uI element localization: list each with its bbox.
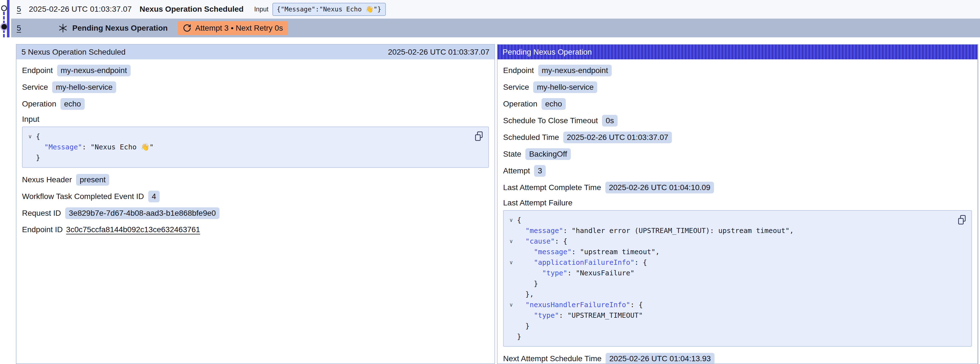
input-block-label: Input [22, 115, 489, 124]
attempt-retry-text: Attempt 3 • Next Retry 0s [195, 24, 283, 33]
detail-panels: 5 Nexus Operation Scheduled 2025-02-26 U… [0, 37, 980, 364]
selection-accent-bar [7, 0, 10, 37]
failure-json-block: ∨{ "message": "handler error (UPSTREAM_T… [503, 210, 972, 347]
field-label: Operation [22, 99, 56, 109]
field-operation: Operation echo [22, 98, 489, 110]
json-line: }, [505, 289, 952, 300]
json-line: "Message": "Nexus Echo 👋" [24, 142, 469, 152]
endpoint-id-link[interactable]: 3c0c75ccfa8144b092c13ce632463761 [66, 225, 200, 234]
field-value-badge: 4 [148, 191, 160, 202]
field-state: State BackingOff [503, 148, 972, 160]
field-label: Service [503, 83, 529, 92]
field-scheduled-time: Scheduled Time 2025-02-26 UTC 01:03:37.0… [503, 132, 972, 143]
field-value-badge: 2025-02-26 UTC 01:04:10.09 [605, 182, 714, 193]
json-line: "message": "upstream timeout", [505, 247, 952, 257]
field-value-badge: 0s [602, 115, 617, 126]
scheduled-event-panel: 5 Nexus Operation Scheduled 2025-02-26 U… [16, 44, 495, 364]
field-value-badge: present [76, 174, 109, 186]
field-attempt: Attempt 3 [503, 165, 972, 177]
json-line: "message": "handler error (UPSTREAM_TIME… [505, 225, 952, 236]
field-service: Service my-hello-service [22, 81, 489, 93]
field-endpoint: Endpoint my-nexus-endpoint [503, 65, 972, 77]
field-service: Service my-hello-service [503, 81, 972, 93]
failure-block-label: Last Attempt Failure [503, 198, 972, 208]
event-title: Nexus Operation Scheduled [140, 5, 243, 14]
input-json-block: ∨{ "Message": "Nexus Echo 👋" } [22, 126, 489, 168]
json-line: ∨{ [505, 215, 952, 225]
field-label: Next Attempt Schedule Time [503, 354, 601, 363]
field-label: Operation [503, 99, 537, 109]
field-value-badge: my-hello-service [52, 81, 116, 93]
field-value-badge: my-nexus-endpoint [538, 65, 612, 77]
scheduled-panel-timestamp: 2025-02-26 UTC 01:03:37.07 [388, 48, 490, 57]
field-label: Scheduled Time [503, 133, 559, 142]
field-label: Nexus Header [22, 175, 72, 184]
event-history-rows: 5 2025-02-26 UTC 01:03:37.07 Nexus Opera… [0, 0, 980, 37]
collapse-chevron-icon[interactable]: ∨ [505, 236, 517, 247]
retry-icon [183, 24, 191, 32]
json-line: } [505, 321, 952, 331]
field-value-badge: echo [541, 98, 566, 110]
collapse-chevron-icon[interactable]: ∨ [505, 215, 517, 225]
field-value-badge: 3 [534, 165, 546, 177]
field-schedule-to-close-timeout: Schedule To Close Timeout 0s [503, 115, 972, 126]
pending-panel-title: Pending Nexus Operation [503, 48, 592, 57]
field-last-attempt-complete-time: Last Attempt Complete Time 2025-02-26 UT… [503, 182, 972, 193]
scheduled-panel-header: 5 Nexus Operation Scheduled 2025-02-26 U… [16, 45, 495, 59]
field-value-badge: my-nexus-endpoint [57, 65, 130, 77]
field-value-badge: BackingOff [525, 148, 571, 160]
field-label: Request ID [22, 209, 61, 218]
field-value-badge: 3e829b7e-7d67-4b08-aad3-b1e868bfe9e0 [65, 208, 220, 219]
collapse-chevron-icon[interactable]: ∨ [24, 131, 36, 142]
scheduled-panel-title: 5 Nexus Operation Scheduled [21, 48, 126, 57]
field-workflow-task-completed-event-id: Workflow Task Completed Event ID 4 [22, 191, 489, 202]
field-request-id: Request ID 3e829b7e-7d67-4b08-aad3-b1e86… [22, 208, 489, 219]
field-value-badge: my-hello-service [533, 81, 597, 93]
field-value-badge: echo [60, 98, 85, 110]
field-label: State [503, 150, 521, 159]
json-line: ∨ "applicationFailureInfo": { [505, 257, 952, 268]
json-line: } [24, 152, 469, 163]
event-input-label: Input [254, 6, 268, 13]
copy-icon[interactable] [957, 215, 967, 226]
field-label: Endpoint ID [22, 225, 63, 234]
json-line: } [505, 331, 952, 342]
pending-event-title: Pending Nexus Operation [72, 24, 168, 33]
field-endpoint-id: Endpoint ID 3c0c75ccfa8144b092c13ce63246… [22, 224, 489, 235]
event-row-scheduled[interactable]: 5 2025-02-26 UTC 01:03:37.07 Nexus Opera… [11, 0, 980, 19]
event-row-pending[interactable]: 5 Pending Nexus Operation Attempt 3 • Ne… [11, 19, 980, 37]
timeline-gutter [0, 0, 11, 37]
field-label: Schedule To Close Timeout [503, 116, 598, 125]
json-line: "type": "UPSTREAM_TIMEOUT" [505, 310, 952, 321]
field-label: Last Attempt Complete Time [503, 183, 601, 192]
field-value-badge: 2025-02-26 UTC 01:03:37.07 [563, 132, 672, 143]
field-label: Attempt [503, 166, 530, 175]
field-label: Endpoint [22, 66, 53, 75]
field-label: Endpoint [503, 66, 534, 75]
attempt-retry-badge: Attempt 3 • Next Retry 0s [178, 21, 288, 35]
collapse-chevron-icon[interactable]: ∨ [505, 300, 517, 310]
event-id-link[interactable]: 5 [17, 24, 21, 33]
json-line: "type": "NexusFailure" [505, 268, 952, 278]
timeline-event-dot-icon [1, 5, 7, 11]
copy-icon[interactable] [474, 131, 484, 142]
pending-asterisk-icon [58, 23, 68, 33]
field-label: Workflow Task Completed Event ID [22, 192, 144, 201]
field-nexus-header: Nexus Header present [22, 174, 489, 186]
field-next-attempt-schedule-time: Next Attempt Schedule Time 2025-02-26 UT… [503, 353, 972, 364]
json-line: ∨ "nexusHandlerFailureInfo": { [505, 300, 952, 310]
json-line: ∨{ [24, 131, 469, 142]
field-endpoint: Endpoint my-nexus-endpoint [22, 65, 489, 77]
field-value-badge: 2025-02-26 UTC 01:04:13.93 [606, 353, 714, 364]
field-label: Service [22, 83, 48, 92]
pending-panel-header: Pending Nexus Operation [498, 45, 977, 59]
timeline-pending-dot-icon [2, 24, 7, 30]
event-input-value: {"Message":"Nexus Echo 👋"} [272, 3, 386, 16]
event-timestamp: 2025-02-26 UTC 01:03:37.07 [29, 5, 132, 14]
json-line: ∨ "cause": { [505, 236, 952, 247]
json-line: } [505, 278, 952, 289]
field-operation: Operation echo [503, 98, 972, 110]
pending-operation-panel: Pending Nexus Operation Endpoint my-nexu… [497, 44, 978, 364]
collapse-chevron-icon[interactable]: ∨ [505, 257, 517, 268]
event-id-link[interactable]: 5 [17, 5, 21, 14]
